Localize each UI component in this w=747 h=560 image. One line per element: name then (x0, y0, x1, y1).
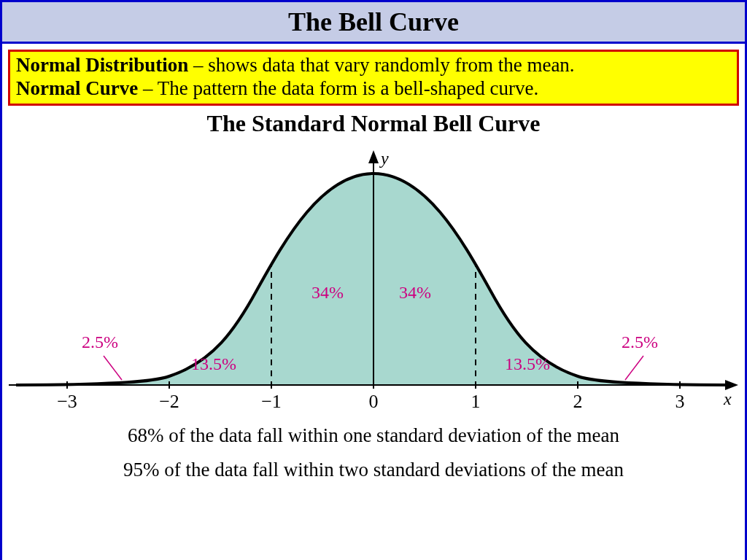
caption-68: 68% of the data fall within one standard… (8, 424, 739, 447)
content-frame: Normal Distribution – shows data that va… (0, 44, 747, 560)
x-tick-label: 2 (573, 391, 583, 413)
chart-title: The Standard Normal Bell Curve (8, 110, 739, 137)
x-tick-label: −1 (261, 391, 282, 413)
region-percent-label: 34% (399, 283, 431, 303)
definition-desc: shows data that vary randomly from the m… (208, 54, 574, 76)
definition-2: Normal Curve – The pattern the data form… (16, 77, 731, 100)
bell-curve-svg (9, 144, 738, 421)
x-tick-label: 1 (471, 391, 481, 413)
x-tick-label: −2 (159, 391, 179, 413)
region-percent-label: 13.5% (191, 354, 236, 374)
bell-curve-chart: 2.5% 13.5% 34% 34% 13.5% 2.5% y x −3 −2 … (9, 144, 738, 421)
definition-sep: – (188, 54, 208, 76)
definition-term: Normal Distribution (16, 54, 188, 76)
region-percent-label: 2.5% (622, 332, 658, 352)
pointer-line (625, 356, 643, 380)
definition-desc: The pattern the data form is a bell-shap… (158, 77, 539, 99)
region-percent-label: 13.5% (505, 354, 550, 374)
region-percent-label: 34% (311, 283, 344, 303)
x-axis-label: x (724, 389, 732, 409)
caption-95: 95% of the data fall within two standard… (8, 459, 739, 481)
definition-term: Normal Curve (16, 77, 138, 99)
x-tick-label: 0 (369, 391, 379, 413)
pointer-line (104, 356, 122, 380)
y-axis-arrow-icon (368, 150, 379, 163)
definition-1: Normal Distribution – shows data that va… (16, 53, 731, 77)
y-axis-label: y (381, 149, 389, 168)
region-percent-label: 2.5% (82, 332, 118, 352)
definition-sep: – (138, 77, 158, 99)
x-tick-label: −3 (57, 391, 77, 413)
page-title: The Bell Curve (0, 0, 747, 44)
definitions-box: Normal Distribution – shows data that va… (8, 50, 739, 106)
x-tick-label: 3 (676, 391, 685, 413)
